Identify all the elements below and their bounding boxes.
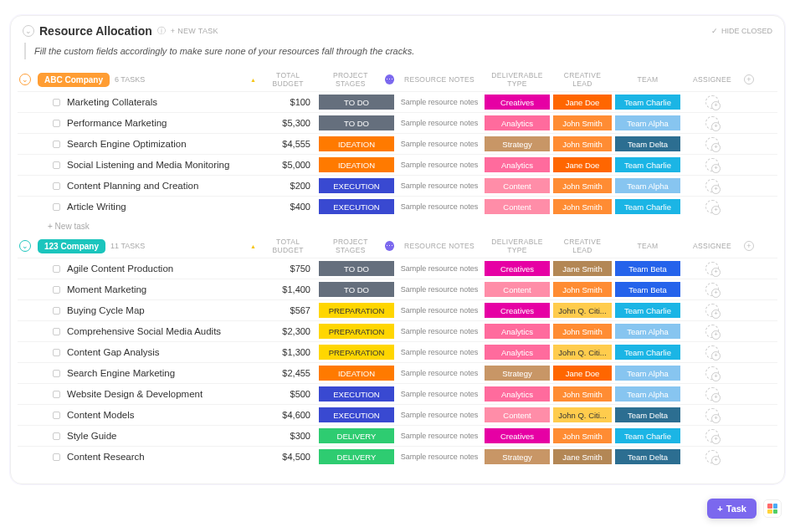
task-deliverable[interactable]: Analytics [485, 345, 550, 360]
task-status-icon[interactable] [53, 120, 60, 127]
task-status-icon[interactable] [53, 182, 60, 190]
column-notes[interactable]: RESOURCE NOTES [398, 75, 481, 84]
task-stage[interactable]: PREPARATION [319, 324, 394, 339]
task-budget[interactable]: $500 [250, 389, 315, 399]
group-collapse-icon[interactable]: ⌄ [19, 74, 31, 85]
task-lead[interactable]: John Smith [553, 324, 612, 339]
column-budget[interactable]: TOTAL BUDGET [250, 71, 315, 88]
task-team[interactable]: Team Beta [615, 261, 680, 276]
task-budget[interactable]: $4,600 [250, 410, 315, 420]
task-assignee[interactable] [684, 116, 741, 130]
task-notes[interactable]: Sample resource notes [398, 306, 481, 315]
task-status-icon[interactable] [53, 432, 60, 440]
task-lead[interactable]: Jane Doe [553, 366, 612, 381]
task-team[interactable]: Team Charlie [615, 199, 680, 214]
task-deliverable[interactable]: Analytics [485, 386, 550, 402]
task-notes[interactable]: Sample resource notes [398, 202, 481, 211]
task-status-icon[interactable] [53, 370, 60, 377]
task-assignee[interactable] [684, 366, 741, 380]
task-assignee[interactable] [684, 450, 741, 463]
add-assignee-icon[interactable] [705, 429, 719, 442]
task-budget[interactable]: $567 [250, 305, 315, 315]
add-assignee-icon[interactable] [705, 95, 719, 109]
task-stage[interactable]: EXECUTION [319, 386, 394, 402]
add-column-icon[interactable]: + [744, 74, 754, 84]
task-notes[interactable]: Sample resource notes [398, 369, 481, 377]
task-notes[interactable]: Sample resource notes [398, 432, 481, 440]
task-status-icon[interactable] [53, 328, 60, 335]
task-team[interactable]: Team Charlie [615, 95, 680, 110]
task-budget[interactable]: $100 [250, 97, 315, 107]
task-deliverable[interactable]: Strategy [485, 366, 550, 381]
add-assignee-icon[interactable] [705, 408, 719, 422]
task-status-icon[interactable] [53, 349, 60, 356]
task-status-icon[interactable] [53, 99, 60, 106]
task-assignee[interactable] [684, 387, 741, 401]
task-stage[interactable]: TO DO [319, 95, 394, 110]
task-name[interactable]: Website Design & Development [67, 389, 203, 399]
task-notes[interactable]: Sample resource notes [398, 411, 481, 419]
task-assignee[interactable] [684, 262, 741, 275]
task-deliverable[interactable]: Analytics [485, 324, 550, 339]
task-lead[interactable]: John Smith [553, 386, 612, 402]
task-row[interactable]: Performance Marketing $5,300 TO DO Sampl… [18, 112, 777, 133]
task-notes[interactable]: Sample resource notes [398, 453, 481, 461]
task-status-icon[interactable] [53, 161, 60, 169]
new-task-fab[interactable]: + Task [707, 499, 757, 499]
add-assignee-icon[interactable] [705, 366, 719, 380]
task-status-icon[interactable] [53, 412, 60, 419]
task-row[interactable]: Marketing Collaterals $100 TO DO Sample … [18, 91, 777, 112]
task-name[interactable]: Comprehensive Social Media Audits [67, 326, 221, 336]
task-budget[interactable]: $2,455 [250, 368, 315, 378]
task-team[interactable]: Team Beta [615, 282, 680, 297]
task-budget[interactable]: $4,500 [250, 452, 315, 462]
task-status-icon[interactable] [53, 141, 60, 148]
task-team[interactable]: Team Charlie [615, 345, 680, 360]
task-budget[interactable]: $4,555 [250, 139, 315, 149]
column-budget[interactable]: TOTAL BUDGET [250, 238, 315, 254]
column-lead[interactable]: CREATIVE LEAD [553, 71, 612, 88]
task-row[interactable]: Content Planning and Creation $200 EXECU… [18, 175, 777, 196]
task-team[interactable]: Team Alpha [615, 366, 680, 381]
task-lead[interactable]: John Smith [553, 115, 612, 130]
group-collapse-icon[interactable]: ⌄ [19, 240, 31, 252]
task-team[interactable]: Team Delta [615, 407, 680, 422]
column-notes[interactable]: RESOURCE NOTES [398, 242, 481, 250]
new-task-button[interactable]: + NEW TASK [171, 27, 218, 35]
task-row[interactable]: Social Listening and Media Monitoring $5… [18, 154, 777, 175]
task-team[interactable]: Team Delta [615, 136, 680, 151]
hide-closed-toggle[interactable]: ✓ HIDE CLOSED [711, 27, 772, 35]
add-assignee-icon[interactable] [705, 179, 719, 192]
task-stage[interactable]: DELIVERY [319, 428, 394, 443]
group-title[interactable]: ABC Company 6 TASKS [38, 73, 247, 87]
task-status-icon[interactable] [53, 203, 60, 211]
column-deliverable[interactable]: DELIVERABLE TYPE [485, 238, 550, 254]
task-stage[interactable]: PREPARATION [319, 345, 394, 360]
task-budget[interactable]: $1,300 [250, 347, 315, 357]
column-settings-icon[interactable]: ⋯ [385, 74, 394, 84]
task-stage[interactable]: IDEATION [319, 136, 394, 151]
task-stage[interactable]: TO DO [319, 282, 394, 297]
task-lead[interactable]: John Smith [553, 178, 612, 193]
task-status-icon[interactable] [53, 265, 60, 273]
task-team[interactable]: Team Charlie [615, 303, 680, 318]
task-name[interactable]: Article Writing [67, 202, 126, 212]
add-assignee-icon[interactable] [705, 200, 719, 213]
task-budget[interactable]: $200 [250, 181, 315, 191]
task-row[interactable]: Search Engine Marketing $2,455 IDEATION … [18, 362, 777, 383]
task-name[interactable]: Content Gap Analysis [67, 347, 160, 357]
task-stage[interactable]: EXECUTION [319, 178, 394, 193]
task-team[interactable]: Team Alpha [615, 386, 680, 402]
add-assignee-icon[interactable] [705, 158, 719, 171]
task-name[interactable]: Marketing Collaterals [67, 97, 157, 107]
task-stage[interactable]: IDEATION [319, 157, 394, 172]
task-row[interactable]: Buying Cycle Map $567 PREPARATION Sample… [18, 299, 777, 320]
task-row[interactable]: Comprehensive Social Media Audits $2,300… [18, 320, 777, 341]
add-assignee-icon[interactable] [705, 262, 719, 275]
task-deliverable[interactable]: Analytics [485, 157, 550, 172]
task-assignee[interactable] [684, 158, 741, 171]
task-stage[interactable]: IDEATION [319, 366, 394, 381]
task-budget[interactable]: $1,400 [250, 284, 315, 294]
task-assignee[interactable] [684, 345, 741, 359]
add-assignee-icon[interactable] [705, 137, 719, 151]
